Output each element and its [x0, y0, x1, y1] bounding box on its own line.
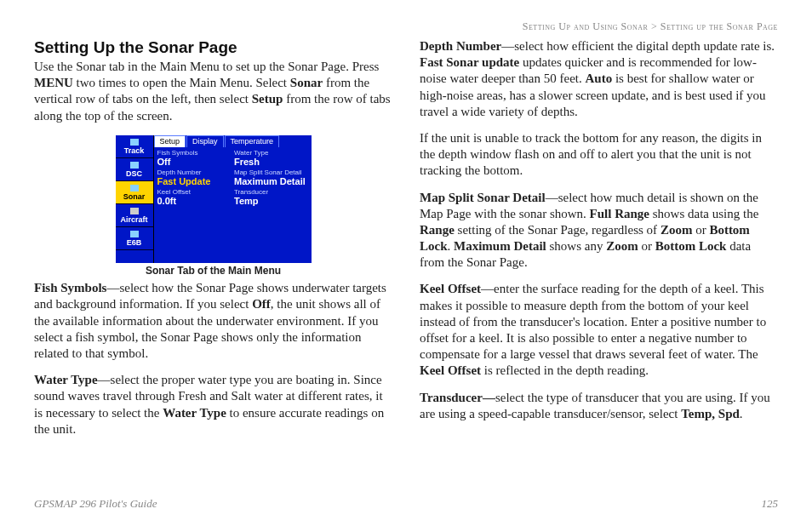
- gps-field-label: Fish Symbols: [157, 149, 232, 157]
- gps-side-tab: E6B: [116, 227, 153, 250]
- gps-field: Fish SymbolsOff: [156, 149, 233, 169]
- footer-guide-name: GPSMAP 296 Pilot's Guide: [34, 497, 157, 511]
- tab-label: Track: [124, 146, 145, 155]
- gps-top-tabs: SetupDisplayTemperature: [154, 135, 312, 147]
- page-heading: Setting Up the Sonar Page: [34, 38, 392, 57]
- gps-field-label: Depth Number: [157, 169, 232, 176]
- tracking-note-paragraph: If the unit is unable to track the botto…: [420, 130, 778, 180]
- gps-side-tab: Sonar: [116, 181, 153, 204]
- transducer-paragraph: Transducer—select the type of transducer…: [420, 390, 778, 422]
- water-type-paragraph: Water Type—select the proper water type …: [34, 372, 392, 437]
- gps-field: Keel Offset0.0ft: [156, 188, 233, 208]
- depth-number-paragraph: Depth Number—select how efficient the di…: [420, 38, 778, 120]
- gps-field-label: Water Type: [234, 149, 308, 157]
- text-run: or: [692, 223, 709, 237]
- text-run: Transducer—: [420, 391, 495, 404]
- tab-label: E6B: [127, 238, 142, 247]
- tab-label: Sonar: [123, 192, 146, 201]
- figure-caption: Sonar Tab of the Main Menu: [34, 265, 392, 277]
- gps-top-tab: Display: [186, 135, 224, 147]
- text-run: Fish Symbols: [34, 281, 106, 294]
- text-run: Map Split Sonar Detail: [420, 191, 546, 204]
- gps-side-tabs: TrackDSCSonarAircraftE6B: [116, 135, 154, 263]
- map-split-paragraph: Map Split Sonar Detail—select how much d…: [420, 190, 778, 272]
- right-column: Depth Number—select how efficient the di…: [420, 38, 778, 492]
- text-run: two times to open the Main Menu. Select: [73, 76, 290, 89]
- text-run: Off: [252, 297, 271, 311]
- fish-symbols-paragraph: Fish Symbols—select how the Sonar Page s…: [34, 280, 392, 362]
- gps-field: Map Split Sonar DetailMaximum Detail: [232, 169, 310, 188]
- text-run: Range: [420, 223, 455, 237]
- header-topic: Setting up the Sonar Page: [660, 20, 778, 32]
- gps-fields-grid: Fish SymbolsOffWater TypeFreshDepth Numb…: [154, 147, 312, 263]
- text-run: —select how efficient the digital depth …: [501, 39, 775, 53]
- left-column: Setting Up the Sonar Page Use the Sonar …: [34, 38, 392, 492]
- tab-icon: [130, 208, 139, 214]
- text-run: Temp, Spd: [681, 407, 740, 420]
- text-run: If the unit is unable to track the botto…: [420, 131, 762, 177]
- gps-field-value: Temp: [234, 196, 308, 206]
- text-run: or: [638, 239, 655, 253]
- figure-sonar-tab: TrackDSCSonarAircraftE6B SetupDisplayTem…: [34, 134, 392, 277]
- text-run: shows any: [546, 239, 606, 253]
- text-run: Sonar: [290, 76, 323, 89]
- text-run: Use the Sonar tab in the Main Menu to se…: [34, 60, 379, 73]
- text-run: MENU: [34, 76, 73, 89]
- page-footer: GPSMAP 296 Pilot's Guide 125: [34, 497, 778, 511]
- gps-field-value: Off: [157, 157, 232, 167]
- running-header: Setting Up and Using Sonar > Setting up …: [34, 20, 778, 33]
- text-run: Setup: [252, 92, 283, 106]
- text-run: Depth Number: [420, 39, 501, 53]
- gps-field: Depth NumberFast Update: [156, 169, 233, 188]
- text-run: .: [448, 239, 455, 253]
- tab-icon: [130, 162, 139, 169]
- text-run: Zoom: [660, 223, 693, 237]
- text-run: is reflected in the depth reading.: [481, 363, 649, 377]
- text-run: shows data using the: [649, 207, 758, 220]
- gps-top-tab: Temperature: [225, 135, 280, 147]
- header-separator: >: [651, 20, 657, 32]
- text-run: Full Range: [590, 207, 649, 220]
- text-run: Water Type: [163, 406, 226, 420]
- text-run: Fast Sonar update: [420, 55, 519, 69]
- text-run: Bottom Lock: [655, 239, 727, 253]
- gps-top-tab: Setup: [154, 135, 186, 147]
- gps-side-tab: Track: [116, 135, 153, 158]
- text-run: .: [740, 407, 743, 420]
- text-run: Auto: [586, 71, 613, 85]
- gps-field: Water TypeFresh: [232, 149, 310, 169]
- text-run: Maximum Detail: [454, 239, 546, 253]
- keel-offset-paragraph: Keel Offset—enter the surface reading fo…: [420, 281, 778, 379]
- text-run: Zoom: [606, 239, 638, 253]
- gps-field-label: Transducer: [234, 188, 308, 196]
- gps-field-value: Fast Update: [157, 176, 232, 186]
- text-run: Water Type: [34, 373, 98, 386]
- header-section: Setting Up and Using Sonar: [523, 20, 649, 32]
- tab-icon: [130, 231, 139, 237]
- gps-screenshot: TrackDSCSonarAircraftE6B SetupDisplayTem…: [116, 135, 312, 263]
- tab-label: Aircraft: [120, 215, 147, 224]
- gps-field: TransducerTemp: [232, 188, 310, 208]
- gps-field-value: 0.0ft: [157, 196, 232, 206]
- gps-field-value: Fresh: [234, 157, 308, 167]
- text-run: Keel Offset: [420, 282, 481, 295]
- gps-field-value: Maximum Detail: [234, 176, 308, 186]
- tab-icon: [130, 185, 139, 192]
- text-run: setting of the Sonar Page, regardless of: [455, 223, 660, 237]
- tab-label: DSC: [126, 169, 142, 178]
- text-run: Keel Offset: [420, 363, 481, 377]
- footer-page-number: 125: [762, 497, 779, 511]
- gps-side-tab: Aircraft: [116, 204, 153, 227]
- gps-side-tab: DSC: [116, 158, 153, 181]
- tab-icon: [130, 139, 139, 146]
- gps-field-label: Keel Offset: [157, 188, 232, 196]
- gps-field-label: Map Split Sonar Detail: [234, 169, 308, 176]
- intro-paragraph: Use the Sonar tab in the Main Menu to se…: [34, 59, 392, 124]
